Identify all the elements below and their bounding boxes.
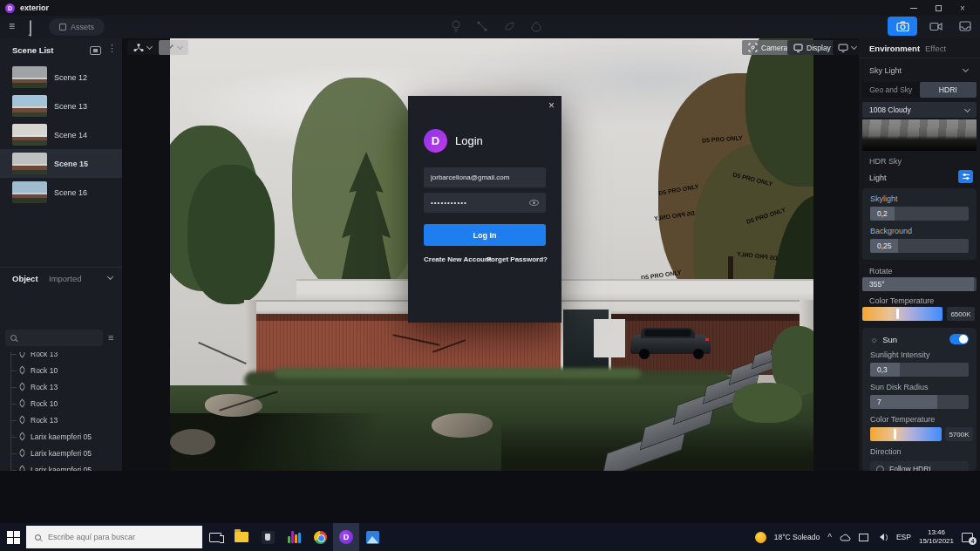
forgot-password-link[interactable]: Forget Password? — [487, 255, 548, 263]
tab-effect[interactable]: Effect — [925, 44, 946, 53]
object-search-input[interactable] — [5, 330, 103, 346]
sunlight-intensity-slider[interactable]: 0,3 — [870, 363, 969, 377]
weather-sun-icon[interactable] — [755, 532, 766, 543]
object-item[interactable]: Rock 10 — [0, 395, 122, 412]
sun-disk-radius-slider[interactable]: 7 — [870, 395, 969, 409]
app-button[interactable] — [255, 523, 281, 551]
path-link-icon[interactable] — [476, 20, 488, 32]
email-field[interactable] — [424, 167, 546, 187]
scene-item[interactable]: Scene 16 — [0, 178, 122, 207]
skylight-slider[interactable]: 0,2 — [870, 207, 969, 221]
network-icon[interactable] — [859, 534, 868, 541]
rotate-slider[interactable]: 355° — [862, 277, 977, 291]
taskbar-search[interactable] — [26, 526, 202, 548]
hdri-select[interactable]: 1008 Cloudy — [862, 102, 977, 118]
scene-thumbnail — [12, 153, 47, 174]
tray-expand-icon[interactable]: ^ — [827, 533, 832, 542]
plant-icon — [18, 352, 27, 357]
new-file-icon[interactable] — [30, 20, 31, 37]
list-options-icon[interactable]: ≡ — [108, 332, 113, 343]
move-tool-button[interactable] — [127, 40, 158, 55]
scene-menu-kebab-icon[interactable]: ⋮ — [107, 43, 117, 54]
chevron-down-icon — [964, 105, 970, 112]
sun-color-temperature-slider[interactable] — [870, 427, 942, 441]
dialog-close-icon[interactable]: × — [548, 99, 555, 112]
search-icon — [10, 335, 17, 341]
volume-icon[interactable] — [876, 534, 888, 541]
object-item[interactable]: Rock 13 — [0, 378, 122, 395]
password-field[interactable] — [424, 193, 546, 213]
tab-environment[interactable]: Environment — [869, 44, 920, 53]
chrome-button[interactable] — [307, 523, 333, 551]
start-button[interactable] — [0, 523, 26, 551]
camera-view-button[interactable]: Camera — [742, 40, 793, 55]
media-app-button[interactable] — [281, 523, 307, 551]
minimize-button[interactable] — [902, 1, 926, 15]
assets-button[interactable]: Assets — [49, 18, 105, 36]
clock[interactable]: 13:46 15/10/2021 — [919, 528, 954, 546]
hdri-preview[interactable] — [862, 119, 977, 151]
login-button[interactable]: Log In — [424, 224, 546, 246]
notification-center-icon[interactable]: 4 — [962, 533, 973, 542]
leaf-icon[interactable] — [503, 20, 515, 32]
weather-text[interactable]: 18°C Soleado — [774, 533, 820, 541]
weather-drop-icon[interactable] — [530, 20, 542, 32]
scene-item[interactable]: Scene 12 — [0, 63, 122, 92]
display-button[interactable]: Display — [787, 40, 837, 55]
hdr-sky-label: HDR Sky — [869, 157, 902, 166]
date: 15/10/2021 — [919, 537, 954, 545]
plant-icon — [18, 449, 27, 458]
taskbar-search-input[interactable] — [48, 533, 187, 541]
close-button[interactable]: × — [950, 1, 975, 15]
hdri-option[interactable]: HDRI — [920, 82, 977, 98]
geo-and-sky-option[interactable]: Geo and Sky — [862, 82, 920, 98]
sun-color-temperature-value[interactable]: 5700K — [945, 427, 973, 441]
skylight-card: Skylight 0,2 Background 0,25 — [862, 188, 977, 260]
d5-render-taskbar-button[interactable]: D — [333, 523, 359, 551]
collapse-panel-icon[interactable] — [107, 274, 113, 280]
color-temperature-value[interactable]: 6500K — [947, 307, 975, 321]
scene-item-selected[interactable]: Scene 15 — [0, 149, 122, 178]
photo-mode-button[interactable] — [888, 17, 917, 36]
render-viewport[interactable]: D5 PRO ONLY D5 PRO ONLY D5 PRO ONLY D5 P… — [122, 38, 859, 471]
scene-view-icon[interactable] — [90, 46, 101, 55]
monitor-output-button[interactable] — [833, 40, 859, 55]
tab-object[interactable]: Object — [12, 274, 38, 283]
onedrive-cloud-icon[interactable] — [840, 534, 851, 541]
file-explorer-button[interactable] — [228, 523, 255, 551]
chevron-down-icon[interactable] — [963, 66, 969, 72]
object-item[interactable]: Rock 10 — [0, 362, 122, 378]
render-queue-button[interactable] — [950, 17, 980, 36]
restore-button[interactable] — [926, 1, 950, 15]
d5-logo-icon: D — [424, 129, 447, 153]
object-item[interactable]: Larix kaempferi 05 — [0, 428, 122, 445]
follow-hdri-option[interactable]: Follow HDRI — [870, 461, 969, 471]
scene-item[interactable]: Scene 14 — [0, 120, 122, 149]
brush-tool-button[interactable] — [159, 40, 188, 55]
tab-imported[interactable]: Imported — [49, 274, 82, 283]
object-item[interactable]: Larix kaempferi 05 — [0, 461, 122, 471]
object-item[interactable]: Rock 13 — [0, 352, 122, 362]
menu-icon[interactable]: ≡ — [9, 20, 15, 32]
language-indicator[interactable]: ESP — [896, 533, 911, 541]
create-account-link[interactable]: Create New Account — [424, 255, 492, 263]
photos-button[interactable] — [359, 523, 385, 551]
panel-divider — [0, 267, 122, 268]
hedge — [275, 368, 641, 378]
object-item[interactable]: Larix kaempferi 05 — [0, 445, 122, 461]
show-password-icon[interactable] — [529, 200, 539, 206]
light-icon[interactable] — [450, 19, 462, 33]
plant-icon — [18, 399, 27, 408]
scene-list-title: Scene List — [12, 45, 54, 55]
folder-icon — [235, 532, 248, 542]
sky-light-section-title[interactable]: Sky Light — [869, 66, 902, 75]
background-slider[interactable]: 0,25 — [870, 239, 969, 253]
light-settings-button[interactable] — [958, 170, 973, 183]
scene-item[interactable]: Scene 13 — [0, 92, 122, 120]
object-item[interactable]: Rock 13 — [0, 412, 122, 428]
video-mode-button[interactable] — [921, 17, 950, 36]
sun-toggle[interactable] — [949, 334, 969, 344]
color-temperature-slider[interactable] — [862, 307, 943, 321]
photos-icon — [366, 531, 379, 544]
task-view-button[interactable] — [202, 523, 228, 551]
